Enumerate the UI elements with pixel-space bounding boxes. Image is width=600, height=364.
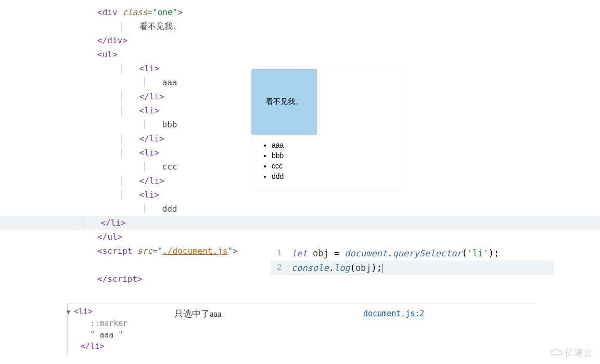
list-item: aaa — [272, 140, 403, 150]
cloud-icon — [549, 348, 563, 357]
console-source-link[interactable]: document.js:2 — [363, 309, 424, 318]
preview-box-text: 看不见我。 — [266, 97, 302, 107]
line-number: 1 — [271, 246, 291, 261]
watermark: 亿速云 — [549, 346, 593, 359]
devtools-console: ▼ <li> ::marker " aaa " </li> — [67, 303, 535, 352]
code-line: │ ddd — [81, 202, 408, 216]
js-line-current[interactable]: 2 console.log(obj); — [271, 261, 554, 275]
js-editor-panel[interactable]: 1 let obj = document.querySelector('li')… — [271, 246, 554, 275]
js-line[interactable]: 1 let obj = document.querySelector('li')… — [271, 246, 554, 261]
list-item: ddd — [272, 171, 403, 181]
code-line-highlighted: │ </li> — [0, 216, 600, 230]
code-line: </div> — [81, 33, 408, 47]
code-line: │ 看不见我。 — [81, 19, 408, 33]
annotation-text: 只选中了aaa — [174, 308, 222, 320]
list-item: bbb — [272, 150, 403, 161]
code-line: </ul> — [81, 230, 408, 244]
preview-list: aaa bbb ccc ddd — [251, 140, 403, 181]
text-cursor — [382, 264, 382, 273]
console-pseudo: ::marker — [67, 318, 535, 329]
browser-preview: 看不见我。 aaa bbb ccc ddd — [251, 69, 403, 190]
console-element[interactable]: ▼ <li> — [67, 306, 535, 318]
code-line: │ <li> — [81, 188, 408, 202]
console-text-node: " aaa " — [67, 329, 535, 341]
code-line: <div class="one"> — [81, 5, 408, 19]
preview-blue-box: 看不见我。 — [251, 69, 317, 135]
list-item: ccc — [272, 161, 403, 171]
caret-down-icon[interactable]: ▼ — [67, 306, 74, 318]
console-element-close: </li> — [67, 341, 535, 352]
code-line: <ul> — [81, 47, 408, 61]
line-number: 2 — [271, 261, 291, 275]
